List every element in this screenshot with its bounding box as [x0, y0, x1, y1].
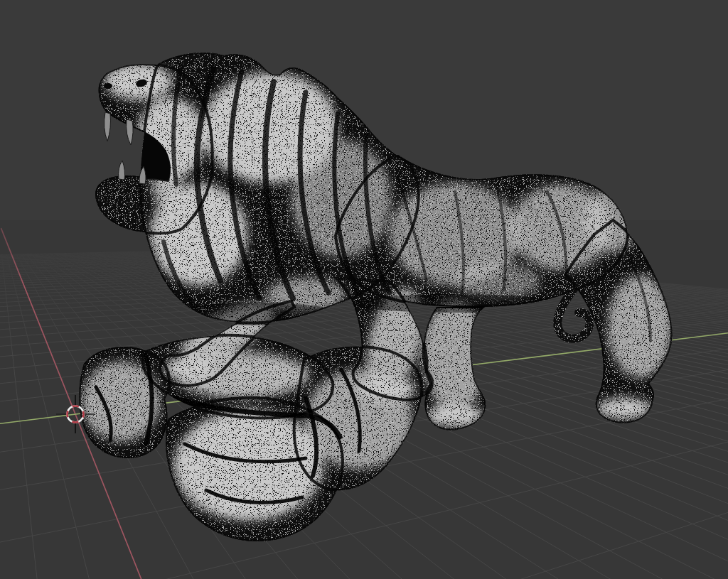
viewport-3d[interactable] [0, 0, 728, 579]
scene-canvas [0, 0, 728, 579]
nostril [104, 83, 112, 89]
